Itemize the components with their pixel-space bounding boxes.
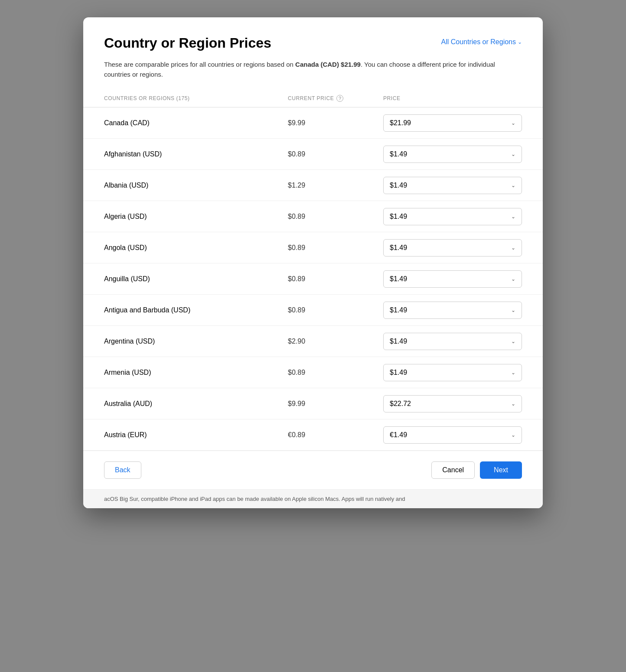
current-price: $0.89 bbox=[288, 369, 383, 377]
table-row: Austria (EUR) €0.89 €1.49 ⌄ bbox=[83, 419, 543, 451]
modal-container: Country or Region Prices All Countries o… bbox=[83, 17, 543, 508]
chevron-down-icon: ⌄ bbox=[511, 401, 515, 407]
country-name: Australia (AUD) bbox=[104, 400, 288, 408]
price-value: $1.49 bbox=[390, 244, 407, 252]
country-name: Anguilla (USD) bbox=[104, 275, 288, 283]
price-select-wrapper[interactable]: $1.49 ⌄ bbox=[383, 208, 522, 225]
price-select-wrapper[interactable]: $21.99 ⌄ bbox=[383, 114, 522, 132]
price-value: $21.99 bbox=[390, 119, 411, 127]
table-row: Anguilla (USD) $0.89 $1.49 ⌄ bbox=[83, 263, 543, 295]
price-select[interactable]: $1.49 ⌄ bbox=[383, 364, 522, 381]
chevron-down-icon: ⌄ bbox=[511, 307, 515, 313]
price-select-wrapper[interactable]: $1.49 ⌄ bbox=[383, 364, 522, 381]
col-countries: COUNTRIES OR REGIONS (175) bbox=[104, 95, 288, 102]
current-price: €0.89 bbox=[288, 431, 383, 439]
country-name: Albania (USD) bbox=[104, 182, 288, 189]
footer-bottom-text: acOS Big Sur, compatible iPhone and iPad… bbox=[83, 489, 543, 508]
price-select-wrapper[interactable]: €1.49 ⌄ bbox=[383, 426, 522, 444]
price-select-wrapper[interactable]: $1.49 ⌄ bbox=[383, 333, 522, 350]
col-current-price: CURRENT PRICE ? bbox=[288, 95, 383, 102]
price-select[interactable]: $1.49 ⌄ bbox=[383, 270, 522, 288]
help-icon[interactable]: ? bbox=[336, 95, 343, 102]
country-name: Austria (EUR) bbox=[104, 431, 288, 439]
current-price: $0.89 bbox=[288, 275, 383, 283]
price-select[interactable]: $1.49 ⌄ bbox=[383, 177, 522, 194]
table-row: Argentina (USD) $2.90 $1.49 ⌄ bbox=[83, 326, 543, 357]
modal-title: Country or Region Prices bbox=[104, 35, 271, 51]
table-row: Angola (USD) $0.89 $1.49 ⌄ bbox=[83, 232, 543, 263]
price-value: $1.49 bbox=[390, 275, 407, 283]
price-select[interactable]: $21.99 ⌄ bbox=[383, 114, 522, 132]
description-prefix: These are comparable prices for all coun… bbox=[104, 61, 295, 68]
back-button[interactable]: Back bbox=[104, 461, 141, 479]
table-row: Australia (AUD) $9.99 $22.72 ⌄ bbox=[83, 388, 543, 419]
price-value: €1.49 bbox=[390, 431, 407, 439]
price-value: $1.49 bbox=[390, 213, 407, 221]
col-price: PRICE bbox=[383, 95, 522, 102]
price-select-wrapper[interactable]: $1.49 ⌄ bbox=[383, 146, 522, 163]
price-select[interactable]: $1.49 ⌄ bbox=[383, 208, 522, 225]
price-select-wrapper[interactable]: $1.49 ⌄ bbox=[383, 302, 522, 319]
table-row: Canada (CAD) $9.99 $21.99 ⌄ bbox=[83, 107, 543, 139]
chevron-down-icon: ⌄ bbox=[511, 338, 515, 344]
price-select-wrapper[interactable]: $1.49 ⌄ bbox=[383, 270, 522, 288]
table-row: Armenia (USD) $0.89 $1.49 ⌄ bbox=[83, 357, 543, 388]
price-value: $1.49 bbox=[390, 150, 407, 158]
table-row: Antigua and Barbuda (USD) $0.89 $1.49 ⌄ bbox=[83, 295, 543, 326]
price-select[interactable]: $22.72 ⌄ bbox=[383, 395, 522, 412]
price-value: $1.49 bbox=[390, 369, 407, 377]
modal-header: Country or Region Prices All Countries o… bbox=[83, 17, 543, 60]
price-value: $1.49 bbox=[390, 338, 407, 345]
description-bold: Canada (CAD) $21.99 bbox=[295, 61, 361, 68]
table-body: Canada (CAD) $9.99 $21.99 ⌄ Afghanistan … bbox=[83, 107, 543, 451]
current-price: $9.99 bbox=[288, 119, 383, 127]
price-value: $1.49 bbox=[390, 306, 407, 314]
next-button[interactable]: Next bbox=[480, 461, 522, 479]
price-select[interactable]: $1.49 ⌄ bbox=[383, 333, 522, 350]
chevron-down-icon: ⌄ bbox=[511, 214, 515, 220]
chevron-down-icon: ⌄ bbox=[511, 432, 515, 438]
current-price: $2.90 bbox=[288, 338, 383, 345]
chevron-down-icon: ⌄ bbox=[511, 120, 515, 126]
chevron-down-icon: ⌄ bbox=[511, 276, 515, 282]
price-value: $22.72 bbox=[390, 400, 411, 408]
price-select-wrapper[interactable]: $1.49 ⌄ bbox=[383, 177, 522, 194]
table-row: Albania (USD) $1.29 $1.49 ⌄ bbox=[83, 170, 543, 201]
chevron-down-icon: ⌄ bbox=[511, 245, 515, 251]
price-select-wrapper[interactable]: $1.49 ⌄ bbox=[383, 239, 522, 256]
country-name: Angola (USD) bbox=[104, 244, 288, 252]
footer-right-buttons: Cancel Next bbox=[431, 461, 522, 479]
country-name: Algeria (USD) bbox=[104, 213, 288, 221]
page-overlay: Country or Region Prices All Countries o… bbox=[0, 0, 626, 672]
filter-dropdown-label: All Countries or Regions bbox=[441, 38, 516, 46]
modal-description: These are comparable prices for all coun… bbox=[83, 60, 543, 90]
cancel-button[interactable]: Cancel bbox=[431, 461, 475, 479]
current-price: $1.29 bbox=[288, 182, 383, 189]
price-select[interactable]: $1.49 ⌄ bbox=[383, 146, 522, 163]
table-row: Afghanistan (USD) $0.89 $1.49 ⌄ bbox=[83, 139, 543, 170]
current-price: $0.89 bbox=[288, 150, 383, 158]
chevron-down-icon: ⌄ bbox=[511, 151, 515, 157]
table-header: COUNTRIES OR REGIONS (175) CURRENT PRICE… bbox=[83, 90, 543, 107]
current-price: $0.89 bbox=[288, 306, 383, 314]
price-select-wrapper[interactable]: $22.72 ⌄ bbox=[383, 395, 522, 412]
country-name: Canada (CAD) bbox=[104, 119, 288, 127]
current-price: $0.89 bbox=[288, 244, 383, 252]
table-row: Algeria (USD) $0.89 $1.49 ⌄ bbox=[83, 201, 543, 232]
country-name: Argentina (USD) bbox=[104, 338, 288, 345]
price-select[interactable]: €1.49 ⌄ bbox=[383, 426, 522, 444]
country-name: Afghanistan (USD) bbox=[104, 150, 288, 158]
chevron-down-icon: ⌄ bbox=[518, 39, 522, 45]
price-select[interactable]: $1.49 ⌄ bbox=[383, 239, 522, 256]
modal-footer: Back Cancel Next bbox=[83, 451, 543, 489]
chevron-down-icon: ⌄ bbox=[511, 182, 515, 188]
country-name: Armenia (USD) bbox=[104, 369, 288, 377]
price-select[interactable]: $1.49 ⌄ bbox=[383, 302, 522, 319]
chevron-down-icon: ⌄ bbox=[511, 370, 515, 376]
filter-dropdown[interactable]: All Countries or Regions ⌄ bbox=[441, 38, 522, 46]
current-price: $0.89 bbox=[288, 213, 383, 221]
current-price: $9.99 bbox=[288, 400, 383, 408]
price-value: $1.49 bbox=[390, 182, 407, 189]
country-name: Antigua and Barbuda (USD) bbox=[104, 306, 288, 314]
